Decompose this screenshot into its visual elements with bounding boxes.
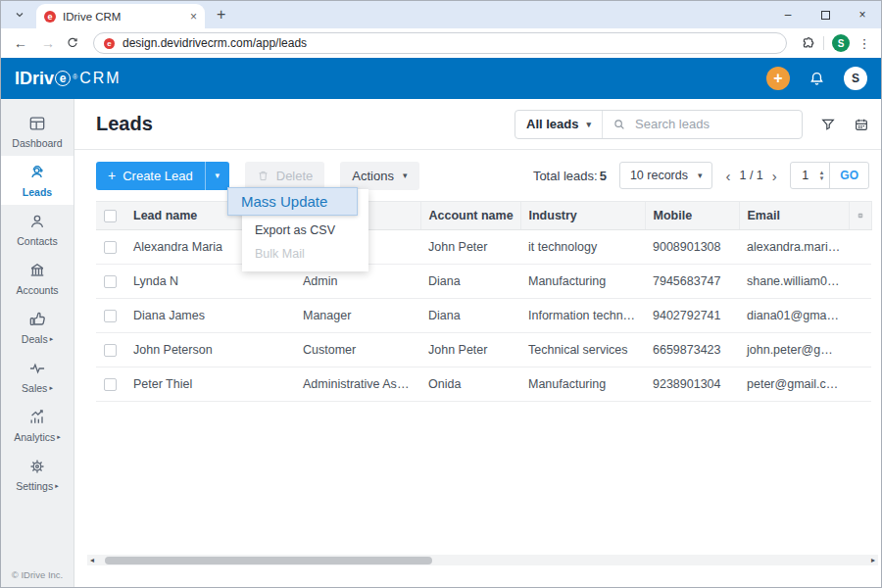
browser-tab[interactable]: e IDrive CRM × bbox=[36, 4, 205, 28]
sidebar-item-label: Dashboard bbox=[12, 137, 62, 149]
select-all-checkbox[interactable] bbox=[104, 210, 117, 222]
sidebar-item-contacts[interactable]: Contacts bbox=[1, 205, 74, 254]
records-per-page-dropdown[interactable]: 10 records ▾ bbox=[619, 162, 713, 189]
table-row[interactable]: Diana James Manager Diana Information te… bbox=[96, 299, 871, 333]
reload-icon[interactable] bbox=[66, 36, 79, 50]
cell-lead-name: John Peterson bbox=[125, 333, 295, 368]
column-header-email[interactable]: Email bbox=[739, 202, 849, 230]
logo-registered-mark: ® bbox=[73, 74, 77, 80]
previous-page-icon[interactable]: ‹ bbox=[725, 169, 730, 183]
app-header: IDriv e ® CRM + S bbox=[1, 58, 881, 99]
records-per-page-label: 10 records bbox=[630, 169, 688, 182]
sidebar-item-sales[interactable]: Sales▸ bbox=[1, 352, 74, 401]
chevron-down-icon: ▾ bbox=[215, 171, 220, 180]
cell-title: Customer bbox=[295, 333, 420, 368]
contacts-icon bbox=[27, 212, 47, 231]
quick-add-button[interactable]: + bbox=[766, 67, 790, 90]
go-button[interactable]: GO bbox=[829, 163, 868, 188]
logo-product-name: CRM bbox=[79, 70, 121, 87]
delete-button[interactable]: Delete bbox=[245, 162, 325, 190]
scrollbar-thumb[interactable] bbox=[105, 557, 432, 564]
extensions-icon[interactable] bbox=[801, 36, 815, 51]
cell-industry: Information technol... bbox=[520, 299, 645, 333]
user-avatar[interactable]: S bbox=[844, 67, 867, 90]
sidebar-item-leads[interactable]: Leads bbox=[1, 156, 74, 205]
site-favicon: e bbox=[44, 11, 56, 23]
submenu-arrow-icon: ▸ bbox=[49, 384, 53, 392]
new-tab-button[interactable]: + bbox=[217, 6, 225, 24]
minimize-icon[interactable]: – bbox=[769, 1, 807, 28]
stepper-down-icon[interactable]: ▾ bbox=[820, 175, 824, 182]
table-row[interactable]: Lynda N Admin Diana Manufacturing 794568… bbox=[96, 265, 871, 299]
scroll-left-icon[interactable]: ◂ bbox=[87, 555, 97, 565]
menu-item-bulk-mail[interactable]: Bulk Mail bbox=[242, 242, 368, 266]
table-row[interactable]: Peter Thiel Administrative Assist... Oni… bbox=[96, 368, 871, 402]
browser-menu-icon[interactable]: ⋮ bbox=[858, 36, 871, 51]
toolbar-divider bbox=[823, 36, 824, 50]
browser-toolbar: ← → e design.devidrivecrm.com/app/leads … bbox=[1, 28, 881, 58]
workspace: Dashboard Leads Contacts Accounts Deals▸… bbox=[1, 99, 881, 587]
column-header-mobile[interactable]: Mobile bbox=[645, 202, 739, 230]
row-checkbox[interactable] bbox=[104, 344, 117, 357]
horizontal-scrollbar[interactable]: ◂ ▸ bbox=[87, 555, 878, 565]
chevron-down-icon bbox=[14, 9, 25, 21]
page-stepper[interactable]: ▴ ▾ bbox=[820, 170, 830, 182]
cell-email: diana01@gmail.com bbox=[739, 299, 849, 333]
filter-search-group: All leads ▾ bbox=[514, 110, 803, 139]
table-row[interactable]: Alexandra Maria John Peter it technology… bbox=[96, 230, 871, 265]
settings-gear-icon bbox=[27, 457, 47, 476]
filter-funnel-icon[interactable] bbox=[820, 117, 836, 132]
cell-account-name: John Peter bbox=[420, 333, 520, 368]
sidebar-item-deals[interactable]: Deals▸ bbox=[1, 303, 74, 352]
row-checkbox[interactable] bbox=[104, 241, 117, 254]
list-filter-dropdown[interactable]: All leads ▾ bbox=[515, 111, 603, 138]
leads-table: Lead name Account name Industry Mobile E… bbox=[96, 201, 872, 402]
column-header-account-name[interactable]: Account name bbox=[420, 202, 520, 230]
scrollbar-track[interactable] bbox=[97, 555, 868, 565]
row-checkbox[interactable] bbox=[104, 275, 117, 288]
sidebar-item-accounts[interactable]: Accounts bbox=[1, 254, 74, 303]
notifications-bell-icon[interactable] bbox=[808, 70, 826, 88]
menu-item-export-csv[interactable]: Export as CSV bbox=[242, 219, 368, 242]
table-row[interactable]: John Peterson Customer John Peter Techni… bbox=[96, 333, 871, 368]
chevron-down-icon: ▾ bbox=[403, 171, 408, 180]
actions-button[interactable]: Actions ▾ bbox=[340, 162, 418, 190]
accounts-icon bbox=[27, 261, 47, 280]
cell-industry: Manufacturing bbox=[520, 265, 645, 299]
leads-icon bbox=[27, 163, 47, 182]
trash-icon bbox=[257, 170, 270, 182]
calendar-icon[interactable] bbox=[854, 117, 869, 132]
pagination: ‹ 1 / 1 › bbox=[725, 169, 776, 183]
column-header-industry[interactable]: Industry bbox=[520, 202, 645, 230]
cell-title: Manager bbox=[295, 299, 420, 333]
create-lead-button[interactable]: + Create Lead bbox=[96, 162, 205, 190]
deals-icon bbox=[27, 310, 47, 329]
tab-close-icon[interactable]: × bbox=[190, 10, 197, 24]
cell-mobile: 7945683747 bbox=[645, 265, 739, 299]
browser-window: e IDrive CRM × + – × ← → e design.devidr… bbox=[0, 0, 882, 588]
maximize-box bbox=[821, 11, 830, 20]
row-checkbox[interactable] bbox=[104, 378, 117, 391]
idrive-crm-logo: IDriv e ® CRM bbox=[15, 69, 122, 89]
sidebar-item-dashboard[interactable]: Dashboard bbox=[1, 107, 74, 156]
tab-strip: e IDrive CRM × + – × bbox=[1, 1, 881, 28]
search-input[interactable] bbox=[633, 116, 792, 132]
tab-search-button[interactable] bbox=[9, 4, 30, 25]
address-bar[interactable]: e design.devidrivecrm.com/app/leads bbox=[93, 32, 787, 54]
row-checkbox[interactable] bbox=[104, 310, 117, 322]
page-number-input[interactable] bbox=[791, 168, 820, 183]
cell-mobile: 9238901304 bbox=[645, 368, 739, 402]
create-lead-dropdown-button[interactable]: ▾ bbox=[205, 162, 229, 190]
column-picker-icon[interactable] bbox=[858, 209, 863, 222]
close-icon[interactable]: × bbox=[844, 1, 881, 28]
sidebar-item-analytics[interactable]: Analytics▸ bbox=[1, 401, 74, 450]
sidebar-item-settings[interactable]: Settings▸ bbox=[1, 450, 74, 499]
back-icon[interactable]: ← bbox=[11, 35, 30, 51]
browser-profile-avatar[interactable]: S bbox=[832, 34, 850, 52]
maximize-icon[interactable] bbox=[807, 1, 844, 28]
menu-item-mass-update[interactable]: Mass Update bbox=[227, 187, 358, 216]
cell-mobile: 9402792741 bbox=[645, 299, 739, 333]
next-page-icon[interactable]: › bbox=[772, 169, 777, 183]
forward-icon[interactable]: → bbox=[38, 35, 58, 51]
scroll-right-icon[interactable]: ▸ bbox=[868, 555, 878, 565]
